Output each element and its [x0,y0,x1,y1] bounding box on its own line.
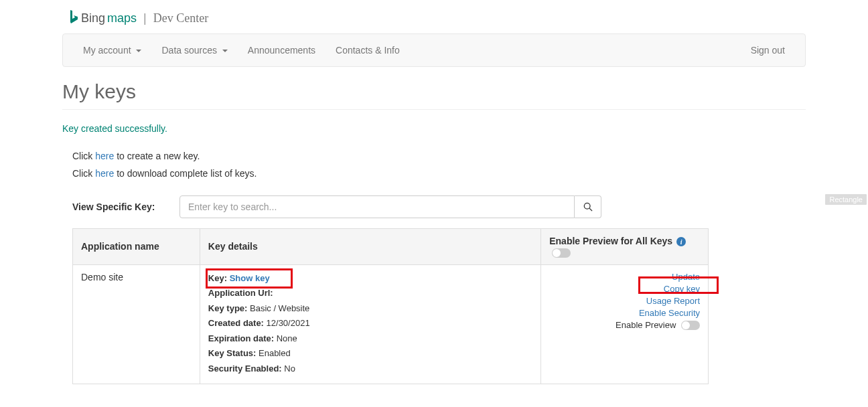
expiration-label: Expiration date: [208,333,277,343]
nav-sign-out[interactable]: Sign out [741,35,795,66]
nav-label: Sign out [751,45,785,56]
search-icon [583,202,593,212]
text: Enable Preview for All Keys [549,236,672,246]
security-label: Security Enabled: [208,363,284,374]
status-label: Key Status: [208,348,259,358]
usage-report-link[interactable]: Usage Report [549,296,700,306]
text: to download complete list of keys. [114,168,257,179]
download-keys-line: Click here to download complete list of … [72,168,806,179]
bing-icon [69,10,78,27]
nav-label: Data sources [161,45,216,56]
navbar: My account Data sources Announcements Co… [62,33,806,67]
cell-details: Key: Show key Application Url: Key type:… [200,264,540,384]
chevron-down-icon [222,50,228,52]
col-header-appname: Application name [73,229,200,265]
text: to create a new key. [114,151,200,161]
nav-data-sources[interactable]: Data sources [151,35,237,66]
search-input[interactable] [179,195,575,218]
enable-preview-toggle[interactable] [681,321,700,330]
col-header-preview: Enable Preview for All Keys i [541,229,709,265]
text: Click [72,168,95,179]
chevron-down-icon [136,50,141,52]
dev-center-text: Dev Center [153,11,208,25]
cell-appname: Demo site [73,264,200,384]
create-key-link[interactable]: here [95,151,114,161]
search-button[interactable] [575,195,601,218]
keys-table: Application name Key details Enable Prev… [72,228,709,384]
maps-logo-text: maps [107,11,137,25]
nav-announcements[interactable]: Announcements [238,35,326,66]
watermark: Rectangle [825,194,867,205]
svg-line-1 [589,208,592,211]
download-keys-link[interactable]: here [95,168,114,179]
created-value: 12/30/2021 [267,318,310,328]
create-key-line: Click here to create a new key. [72,151,806,161]
appurl-label: Application Url: [208,288,273,298]
page-title: My keys [62,80,806,103]
success-message: Key created successfully. [62,123,806,134]
copy-key-link[interactable]: Copy key [549,284,700,294]
nav-label: Announcements [248,45,315,56]
search-row: View Specific Key: [62,195,806,218]
keytype-label: Key type: [208,303,250,313]
cell-actions: Update Copy key Usage Report Enable Secu… [541,264,709,384]
nav-label: Contacts & Info [336,45,400,56]
enable-security-link[interactable]: Enable Security [549,308,700,318]
created-label: Created date: [208,318,267,328]
header: Bing maps | Dev Center [62,0,806,33]
nav-contacts-info[interactable]: Contacts & Info [326,35,410,66]
expiration-value: None [277,333,297,343]
info-icon[interactable]: i [676,237,686,246]
keytype-value: Basic / Website [250,303,309,313]
nav-my-account[interactable]: My account [73,35,151,66]
header-divider: | [143,11,147,25]
search-label: View Specific Key: [72,201,179,212]
bing-logo-text: Bing [81,11,105,25]
enable-preview-label: Enable Preview [616,320,676,330]
nav-label: My account [83,45,131,56]
enable-preview-row: Enable Preview [549,320,700,331]
status-value: Enabled [259,348,291,358]
table-row: Demo site Key: Show key Application Url:… [73,264,709,384]
security-value: No [284,363,295,374]
text: Click [72,151,95,161]
key-label: Key: [208,273,230,283]
update-link[interactable]: Update [549,272,700,282]
show-key-link[interactable]: Show key [230,273,270,283]
page-header: My keys [62,80,806,110]
bing-maps-logo[interactable]: Bing maps [69,10,137,27]
svg-point-0 [584,203,590,209]
col-header-details: Key details [200,229,540,265]
preview-all-toggle[interactable] [552,248,571,258]
